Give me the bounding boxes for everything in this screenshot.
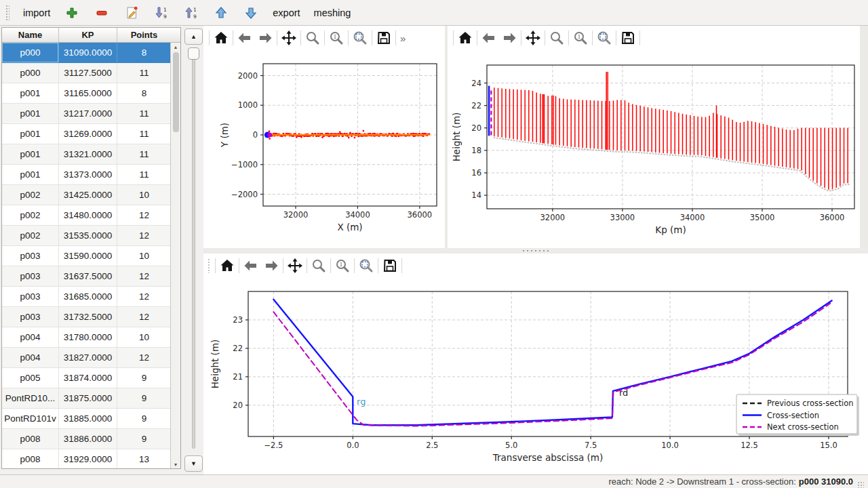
zoom-original-button[interactable]: 1 xyxy=(332,256,353,276)
table-row[interactable]: p00231425.000010 xyxy=(2,185,171,205)
cell-kp[interactable]: 31929.0000 xyxy=(59,449,117,468)
column-header-points[interactable]: Points xyxy=(117,28,171,42)
table-row[interactable]: p00131321.000011 xyxy=(2,144,171,165)
table-row[interactable]: PontRD101v31885.00009 xyxy=(2,409,171,429)
forward-button[interactable] xyxy=(255,28,275,48)
cell-points[interactable]: 11 xyxy=(117,63,171,83)
cell-kp[interactable]: 31217.0000 xyxy=(59,104,117,123)
cell-kp[interactable]: 31373.0000 xyxy=(59,165,117,184)
cell-name[interactable]: p004 xyxy=(2,327,59,347)
cell-kp[interactable]: 31590.0000 xyxy=(59,246,117,266)
cell-name[interactable]: p001 xyxy=(2,165,59,184)
cell-name[interactable]: p002 xyxy=(2,185,59,205)
sort-descending-button[interactable]: 19 xyxy=(183,5,199,21)
cell-name[interactable]: p005 xyxy=(2,368,59,388)
table-row[interactable]: p00231480.000012 xyxy=(2,205,171,226)
cell-name[interactable]: p001 xyxy=(2,104,59,123)
profile-view-plot[interactable]: 3200033000340003500036000141618202224Kp … xyxy=(448,50,860,248)
cell-kp[interactable]: 31090.0000 xyxy=(59,43,117,62)
cell-points[interactable]: 8 xyxy=(117,43,171,62)
save-button[interactable] xyxy=(374,28,394,48)
zoom-to-rect-button[interactable] xyxy=(594,28,614,48)
cell-points[interactable]: 10 xyxy=(117,185,171,205)
zoom-to-rect-button[interactable] xyxy=(356,256,376,276)
table-row[interactable]: p00831886.00009 xyxy=(2,429,171,449)
zoom-to-rect-button[interactable] xyxy=(350,28,370,48)
cell-name[interactable]: p003 xyxy=(2,287,59,306)
cell-kp[interactable]: 31875.0000 xyxy=(59,388,117,408)
cell-kp[interactable]: 31165.0000 xyxy=(59,83,117,103)
cell-kp[interactable]: 31321.0000 xyxy=(59,144,117,164)
home-button[interactable] xyxy=(217,256,237,276)
cell-name[interactable]: p001 xyxy=(2,83,59,103)
cell-kp[interactable]: 31269.0000 xyxy=(59,124,117,144)
cell-points[interactable]: 12 xyxy=(117,287,171,306)
cell-kp[interactable]: 31874.0000 xyxy=(59,368,117,388)
zoom-original-button[interactable]: 1 xyxy=(570,28,591,48)
resize-grip-icon[interactable] xyxy=(857,481,864,488)
zoom-button[interactable] xyxy=(547,28,567,48)
cell-name[interactable]: PontRD10... xyxy=(2,388,59,408)
table-row[interactable]: p00131373.000011 xyxy=(2,165,171,185)
toolbar-overflow-icon[interactable]: » xyxy=(397,33,406,44)
meshing-button[interactable]: meshing xyxy=(314,7,351,18)
cell-points[interactable]: 11 xyxy=(117,144,171,164)
cell-name[interactable]: p002 xyxy=(2,226,59,245)
forward-button[interactable] xyxy=(499,28,519,48)
pan-button[interactable] xyxy=(523,28,543,48)
cell-points[interactable]: 10 xyxy=(117,246,171,266)
cell-name[interactable]: p001 xyxy=(2,124,59,144)
home-button[interactable] xyxy=(455,28,475,48)
back-button[interactable] xyxy=(479,28,499,48)
cell-name[interactable]: p003 xyxy=(2,246,59,266)
cell-kp[interactable]: 31732.5000 xyxy=(59,307,117,327)
cell-points[interactable]: 12 xyxy=(117,307,171,327)
add-button[interactable] xyxy=(64,5,80,21)
move-down-button[interactable] xyxy=(243,5,259,21)
back-button[interactable] xyxy=(235,28,255,48)
cell-name[interactable]: p003 xyxy=(2,307,59,327)
table-row[interactable]: p00531874.00009 xyxy=(2,368,171,388)
scroll-down-icon[interactable]: ▼ xyxy=(171,460,180,468)
cell-points[interactable]: 12 xyxy=(117,266,171,286)
column-header-kp[interactable]: KP xyxy=(59,28,117,42)
cell-points[interactable]: 11 xyxy=(117,104,171,123)
table-row[interactable]: p00031127.500011 xyxy=(2,63,171,83)
table-row[interactable]: PontRD10...31875.00009 xyxy=(2,388,171,409)
forward-button[interactable] xyxy=(261,256,281,276)
cell-points[interactable]: 9 xyxy=(117,429,171,449)
cell-points[interactable]: 9 xyxy=(117,368,171,388)
cell-name[interactable]: p002 xyxy=(2,205,59,225)
save-button[interactable] xyxy=(380,256,400,276)
table-row[interactable]: p00331685.000012 xyxy=(2,287,171,307)
edit-button[interactable] xyxy=(123,5,140,21)
zoom-button[interactable] xyxy=(302,28,323,48)
cell-kp[interactable]: 31535.0000 xyxy=(59,226,117,245)
cell-name[interactable]: p003 xyxy=(2,266,59,286)
cell-kp[interactable]: 31425.0000 xyxy=(59,185,117,205)
column-header-name[interactable]: Name xyxy=(2,28,59,42)
cell-points[interactable]: 10 xyxy=(117,327,171,347)
table-row[interactable]: p00331637.500012 xyxy=(2,266,171,287)
save-button[interactable] xyxy=(618,28,638,48)
scroll-up-icon[interactable]: ▲ xyxy=(171,43,180,51)
pan-button[interactable] xyxy=(285,256,305,276)
cell-kp[interactable]: 31685.0000 xyxy=(59,287,117,306)
cell-name[interactable]: p008 xyxy=(2,429,59,449)
remove-button[interactable] xyxy=(94,5,110,21)
cell-points[interactable]: 9 xyxy=(117,388,171,408)
cell-name[interactable]: p000 xyxy=(2,43,59,62)
table-row[interactable]: p00431827.000012 xyxy=(2,348,171,368)
table-row[interactable]: p00131165.00008 xyxy=(2,83,171,104)
table-row[interactable]: p00031090.00008 xyxy=(2,43,171,63)
cell-kp[interactable]: 31827.0000 xyxy=(59,348,117,367)
cell-kp[interactable]: 31637.5000 xyxy=(59,266,117,286)
section-next-button[interactable]: ▼ xyxy=(184,455,203,472)
cell-points[interactable]: 12 xyxy=(117,348,171,367)
cell-kp[interactable]: 31127.5000 xyxy=(59,63,117,83)
section-previous-button[interactable]: ▲ xyxy=(184,28,203,45)
cell-name[interactable]: p004 xyxy=(2,348,59,367)
cell-name[interactable]: PontRD101v xyxy=(2,409,59,428)
table-row[interactable]: p00231535.000012 xyxy=(2,226,171,246)
import-button[interactable]: import xyxy=(23,7,50,18)
